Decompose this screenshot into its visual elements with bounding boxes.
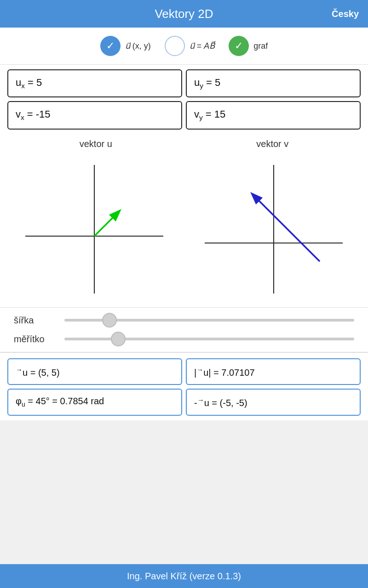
app-title: Vektory 2D xyxy=(155,7,213,21)
footer-text: Ing. Pavel Kříž (verze 0.1.3) xyxy=(127,571,241,582)
vy-input[interactable]: vy = 15 xyxy=(186,101,361,129)
graphs-area xyxy=(0,151,368,307)
ux-input[interactable]: ux = 5 xyxy=(7,69,182,97)
slider-meritko-track[interactable] xyxy=(64,338,354,340)
graph-v xyxy=(196,156,352,298)
mode-ab-circle[interactable] xyxy=(165,36,185,56)
results-area: →u = (5, 5) |→u| = 7.07107 φu = 45° = 0.… xyxy=(0,352,368,420)
vector-u-arrow xyxy=(94,211,119,236)
language-button[interactable]: Česky xyxy=(332,9,359,19)
mode-ab-label: u⃗ = AB⃗ xyxy=(190,41,215,51)
app-header: Vektory 2D Česky xyxy=(0,0,368,28)
mode-graf[interactable]: ✓ graf xyxy=(229,36,268,56)
slider-meritko-thumb[interactable] xyxy=(111,332,126,346)
result-neg-u: -→u = (-5, -5) xyxy=(186,389,361,416)
graph-u xyxy=(16,156,172,298)
result-u-mag: |→u| = 7.07107 xyxy=(186,358,361,385)
mode-xy[interactable]: ✓ u⃗ (x, y) xyxy=(100,36,151,56)
label-vektor-v: vektor v xyxy=(256,139,288,149)
mode-xy-check: ✓ xyxy=(106,40,115,52)
mode-graf-circle[interactable]: ✓ xyxy=(229,36,249,56)
result-phi-u: φu = 45° = 0.7854 rad xyxy=(7,389,182,416)
slider-meritko-row: měřítko xyxy=(14,334,354,345)
mode-xy-label: u⃗ (x, y) xyxy=(125,41,151,51)
mode-ab[interactable]: u⃗ = AB⃗ xyxy=(165,36,215,56)
graph-v-svg xyxy=(196,156,352,298)
vector-v-arrow xyxy=(253,194,320,261)
label-vektor-u: vektor u xyxy=(80,139,112,149)
mode-graf-check: ✓ xyxy=(235,40,243,52)
result-u-vec: →u = (5, 5) xyxy=(7,358,182,385)
slider-sirka-track[interactable] xyxy=(64,319,354,322)
graph-labels-row: vektor u vektor v xyxy=(0,134,368,151)
app-footer: Ing. Pavel Kříž (verze 0.1.3) xyxy=(0,564,368,588)
sliders-area: šířka měřítko xyxy=(0,307,368,352)
slider-meritko-label: měřítko xyxy=(14,334,55,345)
mode-graf-label: graf xyxy=(253,41,268,51)
slider-sirka-row: šířka xyxy=(14,315,354,326)
graph-u-svg xyxy=(16,156,172,298)
inputs-area: ux = 5 uy = 5 vx = -15 vy = 15 xyxy=(0,65,368,134)
vx-input[interactable]: vx = -15 xyxy=(7,101,182,129)
mode-selector-row: ✓ u⃗ (x, y) u⃗ = AB⃗ ✓ graf xyxy=(0,28,368,65)
uy-input[interactable]: uy = 5 xyxy=(186,69,361,97)
mode-xy-circle[interactable]: ✓ xyxy=(100,36,121,56)
slider-sirka-thumb[interactable] xyxy=(102,313,117,328)
slider-sirka-label: šířka xyxy=(14,315,55,326)
